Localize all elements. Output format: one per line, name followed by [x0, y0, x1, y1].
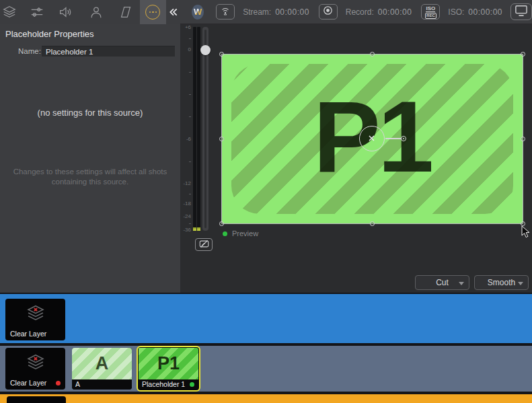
settings-footnote: Changes to these settings will affect al…: [13, 167, 167, 187]
wirecast-logo: W: [192, 5, 204, 20]
db-label: 0: [180, 46, 191, 52]
no-settings-message: (no settings for this source): [0, 108, 180, 118]
layers-icon: [2, 5, 17, 20]
tab-person[interactable]: [88, 0, 104, 24]
resize-handle-sw[interactable]: [219, 221, 224, 226]
shot-placeholder1-thumbnail: P1: [139, 348, 198, 379]
shot-a-thumbnail: A: [72, 348, 132, 379]
properties-panel: Placeholder Properties Name: (no setting…: [0, 0, 180, 293]
monitor-icon: [514, 5, 529, 20]
db-tick: [189, 161, 191, 162]
source-properties-tabbar: [0, 0, 180, 24]
db-label: -12: [180, 180, 191, 186]
layer-row-1: Clear Layer: [0, 294, 532, 343]
db-tick: [189, 194, 191, 194]
iso-rec-icon: ISO: [426, 5, 435, 12]
db-label: -18: [180, 200, 191, 207]
cursor-arrow: [521, 225, 531, 241]
rotation-handle[interactable]: [401, 136, 406, 141]
tab-more-active[interactable]: [140, 0, 167, 24]
shot-label: Placeholder 1: [142, 380, 185, 388]
db-tick: [189, 72, 191, 73]
shot-layers: Clear Layer Clear Layer A A: [0, 293, 532, 403]
person-icon: [89, 5, 104, 20]
audio-monitor-button[interactable]: [195, 238, 213, 251]
broadcast-icon: [219, 5, 232, 20]
partial-shot[interactable]: [7, 396, 66, 403]
cut-label: Cut: [436, 278, 449, 287]
live-indicator-dot: [56, 381, 61, 386]
shot-a[interactable]: A A: [72, 348, 132, 390]
collapse-panel-icon: [168, 7, 179, 17]
stream-time: 00:00:00: [275, 7, 309, 17]
volume-slider-track[interactable]: [202, 27, 208, 231]
smooth-label: Smooth: [488, 278, 515, 287]
monitor-button[interactable]: [510, 3, 532, 20]
resize-handle-nw[interactable]: [219, 52, 224, 57]
record-button[interactable]: [319, 4, 338, 20]
db-tick: [189, 94, 191, 95]
clear-layer-shot[interactable]: Clear Layer: [5, 299, 65, 340]
record-icon: [322, 5, 334, 19]
shot-placeholder1-selected[interactable]: P1 Placeholder 1: [137, 346, 200, 392]
chevron-down-icon: [459, 282, 464, 285]
speaker-icon: [58, 5, 73, 20]
x-glyph: [369, 136, 374, 141]
record-time: 00:00:00: [378, 7, 412, 17]
iso-time: 00:00:00: [468, 7, 502, 17]
collapse-panel-button[interactable]: [166, 0, 180, 24]
placeholder-canvas[interactable]: P1: [222, 54, 523, 223]
layer-row-3: [0, 394, 532, 403]
db-label: +6: [180, 24, 191, 30]
more-ellipsis-icon: [145, 5, 160, 20]
status-bar: W Stream: 00:00:00 Record: 00:00:00 ISO …: [180, 0, 532, 24]
iso-label: ISO:: [448, 7, 464, 17]
db-label: -36: [180, 227, 191, 233]
db-label: -6: [180, 136, 191, 142]
rotation-line: [385, 138, 402, 139]
preview-dot-icon: [223, 231, 227, 236]
resize-handle-w[interactable]: [219, 137, 224, 141]
tab-audio[interactable]: [57, 0, 73, 24]
name-row: Name:: [0, 46, 180, 57]
transform-icon: [118, 5, 133, 20]
shot-a-labelbar: A: [72, 379, 132, 390]
tab-layers[interactable]: [1, 0, 17, 24]
wirecast-window: Placeholder Properties Name: (no setting…: [0, 0, 532, 403]
preview-status: Preview: [223, 229, 258, 237]
name-label: Name:: [18, 47, 41, 55]
preview-label: Preview: [232, 229, 258, 237]
volume-slider-knob[interactable]: [200, 45, 211, 55]
audio-meter-right: [197, 27, 200, 231]
iso-rec-button[interactable]: ISO REC: [421, 4, 440, 20]
stream-label: Stream:: [243, 7, 271, 17]
shot-placeholder1-labelbar: Placeholder 1: [139, 379, 198, 390]
shot-label: A: [75, 380, 80, 388]
transition-cut-dropdown[interactable]: Cut: [415, 275, 469, 290]
clear-layer-shot-live[interactable]: Clear Layer: [5, 348, 65, 390]
resize-handle-s[interactable]: [370, 221, 375, 226]
shot-label: Clear Layer: [10, 379, 46, 387]
resize-handle-e[interactable]: [521, 137, 525, 141]
preview-indicator-dot: [190, 382, 194, 387]
resize-handle-ne[interactable]: [521, 52, 525, 57]
resize-handle-n[interactable]: [370, 52, 375, 57]
transition-smooth-dropdown[interactable]: Smooth: [474, 275, 529, 290]
audio-mixer-icon: [30, 5, 44, 20]
center-anchor-handle[interactable]: [359, 126, 385, 151]
db-tick: [189, 116, 191, 117]
shot-label: Clear Layer: [10, 330, 46, 338]
tab-audio-mixer[interactable]: [29, 0, 45, 24]
chevron-down-icon: [518, 282, 523, 285]
name-input[interactable]: [42, 46, 175, 57]
audio-meter-left: [193, 27, 196, 231]
preview-area: +6 0 -6 -12 -18 -24 -36 P1: [180, 24, 532, 293]
tab-transform[interactable]: [118, 0, 134, 24]
clear-layer-icon: [24, 353, 47, 373]
record-label: Record:: [346, 7, 374, 17]
stream-button[interactable]: [216, 4, 235, 20]
db-tick: [189, 38, 191, 39]
panel-title: Placeholder Properties: [5, 29, 94, 39]
audio-monitor-off-icon: [199, 240, 209, 250]
db-label: -24: [180, 213, 191, 219]
